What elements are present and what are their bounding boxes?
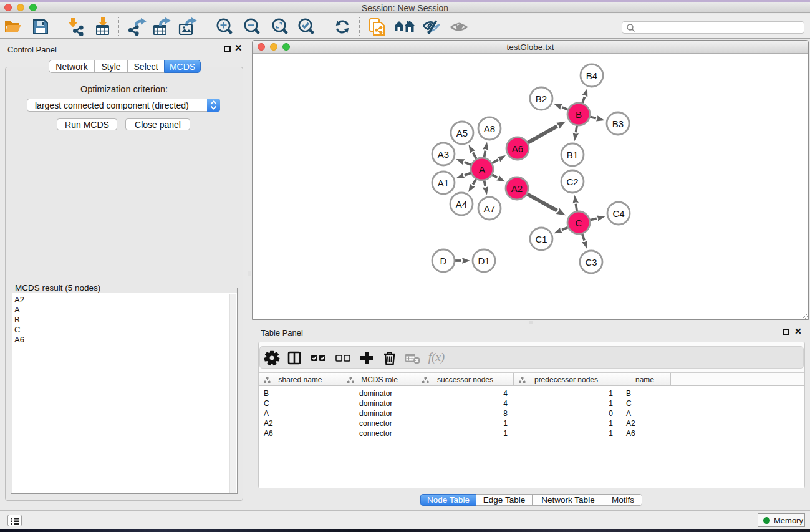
- svg-text:D1: D1: [478, 256, 489, 266]
- svg-text:A: A: [479, 164, 485, 175]
- svg-text:A8: A8: [484, 123, 495, 134]
- svg-text:A5: A5: [456, 128, 468, 138]
- svg-text:A3: A3: [438, 149, 449, 160]
- svg-text:A1: A1: [438, 178, 449, 188]
- svg-text:C4: C4: [612, 208, 624, 219]
- svg-text:B3: B3: [612, 118, 624, 129]
- svg-text:D: D: [440, 256, 447, 266]
- svg-text:B1: B1: [567, 150, 578, 160]
- svg-text:B: B: [576, 109, 582, 120]
- svg-text:A6: A6: [512, 143, 523, 154]
- svg-text:A2: A2: [511, 183, 523, 194]
- svg-text:C1: C1: [535, 234, 547, 244]
- svg-text:A7: A7: [484, 203, 495, 214]
- svg-text:A4: A4: [456, 199, 467, 210]
- svg-text:C: C: [576, 218, 582, 228]
- svg-text:C3: C3: [585, 257, 597, 268]
- svg-text:B2: B2: [536, 94, 547, 104]
- svg-text:C2: C2: [566, 177, 578, 187]
- svg-text:B4: B4: [586, 70, 597, 81]
